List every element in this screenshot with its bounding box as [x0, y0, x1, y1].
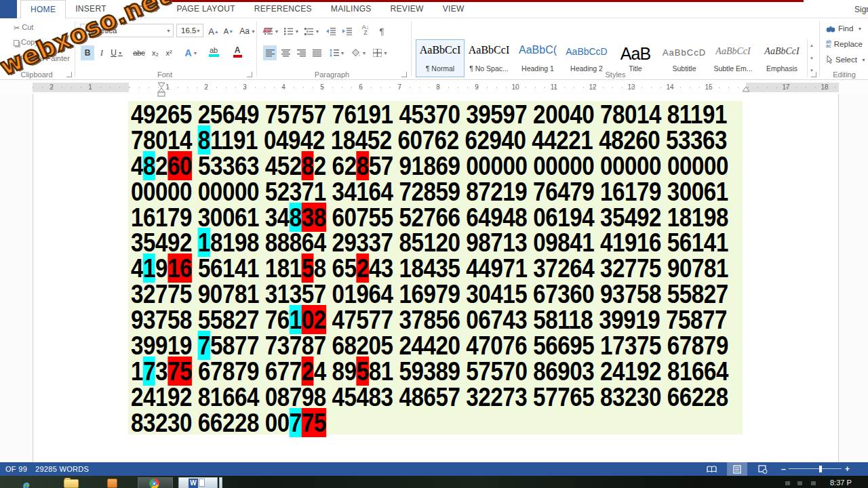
- superscript-button[interactable]: x²: [163, 45, 175, 60]
- document-area[interactable]: 49265 25649 75757 76191 45370 39597 2004…: [0, 94, 868, 462]
- red-highlighted-digits: 60: [167, 151, 192, 180]
- clipboard-dialog-launcher[interactable]: [66, 72, 72, 77]
- cut-button[interactable]: ✂ Cut: [14, 23, 33, 33]
- zoom-out-button[interactable]: –: [781, 464, 786, 474]
- shading-button[interactable]: ▼: [350, 45, 368, 60]
- sign-in-link[interactable]: Sign: [854, 5, 868, 14]
- right-indent-marker-icon[interactable]: [742, 87, 750, 92]
- tray-icon[interactable]: [785, 481, 790, 485]
- read-mode-button[interactable]: [701, 462, 722, 476]
- taskbar-button-partial[interactable]: [219, 477, 222, 488]
- font-dialog-launcher[interactable]: [247, 72, 252, 77]
- increase-indent-button[interactable]: [340, 24, 354, 39]
- text-highlight-button[interactable]: ab: [203, 44, 224, 59]
- number-row: 00000 00000 52371 34164 72859 87219 7647…: [131, 179, 765, 205]
- ruler-number: 7: [397, 83, 401, 91]
- clipboard-group-label: Clipboard: [0, 70, 73, 79]
- group-separator: [75, 21, 75, 77]
- document-page[interactable]: 49265 25649 75757 76191 45370 39597 2004…: [33, 94, 839, 462]
- justify-button[interactable]: [310, 45, 323, 60]
- font-size-combo[interactable]: 16.5▼: [176, 24, 203, 37]
- borders-button[interactable]: ▼: [372, 45, 389, 60]
- align-left-button[interactable]: [263, 45, 277, 60]
- style-preview: AaBbCcI: [758, 44, 806, 62]
- tab-insert[interactable]: INSERT: [66, 0, 116, 18]
- align-center-icon: [281, 49, 290, 57]
- font-name-combo[interactable]: Helvetica▼: [80, 24, 174, 37]
- doc-text[interactable]: 49265 25649 75757 76191 45370 39597 2004…: [131, 102, 765, 436]
- web-layout-icon: [758, 465, 768, 474]
- paragraph-dialog-launcher[interactable]: [401, 72, 407, 77]
- styles-dialog-launcher[interactable]: [811, 72, 816, 77]
- copy-button[interactable]: Copy: [14, 38, 39, 46]
- indent-marker-icon[interactable]: [157, 82, 165, 97]
- chevron-down-icon: ▼: [340, 51, 345, 56]
- zoom-in-button[interactable]: +: [845, 464, 850, 474]
- chevron-down-icon: ▼: [166, 28, 171, 33]
- strikethrough-button[interactable]: abc: [130, 45, 148, 60]
- line-spacing-button[interactable]: ▼: [328, 45, 346, 60]
- tab-page-layout[interactable]: PAGE LAYOUT: [167, 0, 245, 18]
- tab-home[interactable]: HOME: [20, 0, 66, 18]
- style-preview: AaBbCcI: [465, 44, 513, 62]
- tab-view[interactable]: VIEW: [433, 0, 474, 18]
- bullets-button[interactable]: ▼: [263, 24, 279, 39]
- style-preview: AaB: [612, 44, 659, 62]
- font-color-button[interactable]: A: [228, 44, 247, 59]
- red-highlighted-digits: 38: [302, 203, 326, 232]
- ruler-number: 8: [436, 83, 440, 91]
- font-color-swatch: [233, 55, 242, 58]
- internet-explorer-icon[interactable]: e: [23, 479, 29, 488]
- align-center-button[interactable]: [279, 45, 292, 60]
- text-effects-button[interactable]: A▼: [182, 45, 201, 60]
- show-paragraph-marks-button[interactable]: ¶: [376, 24, 388, 39]
- folder-icon[interactable]: [64, 479, 79, 488]
- shrink-font-button[interactable]: A▼: [222, 24, 235, 39]
- file-tab[interactable]: [0, 0, 17, 18]
- web-layout-button[interactable]: [753, 462, 773, 476]
- align-right-button[interactable]: [294, 45, 308, 60]
- numbering-button[interactable]: ▼: [283, 24, 300, 39]
- grow-font-button[interactable]: A▲: [208, 24, 220, 39]
- number-row: 93758 55827 76102 47577 37856 06743 5811…: [131, 307, 765, 333]
- video-progress-line: [170, 0, 804, 2]
- photos-app-icon[interactable]: [107, 479, 117, 488]
- word-icon[interactable]: W: [189, 479, 205, 488]
- tab-mailings[interactable]: MAILINGS: [321, 0, 381, 18]
- font-group-label: Font: [80, 70, 250, 79]
- tray-icon[interactable]: [811, 481, 816, 485]
- decrease-indent-button[interactable]: [324, 24, 338, 39]
- replace-button[interactable]: abac Replace: [826, 40, 863, 48]
- zoom-slider-track[interactable]: [789, 468, 842, 469]
- group-separator: [819, 21, 820, 77]
- multilevel-list-button[interactable]: ▼: [304, 24, 320, 39]
- red-highlighted-digits: 02: [302, 305, 326, 334]
- underline-button[interactable]: U▼: [108, 45, 125, 60]
- tab-design[interactable]: DESIGN: [116, 0, 167, 18]
- italic-button[interactable]: I: [96, 45, 107, 60]
- change-case-button[interactable]: Aa▼: [239, 24, 256, 39]
- subscript-button[interactable]: x₂: [149, 45, 161, 60]
- zoom-slider-handle[interactable]: [819, 466, 822, 472]
- print-layout-button[interactable]: [727, 462, 747, 476]
- tray-icon[interactable]: [797, 481, 802, 485]
- chrome-icon[interactable]: [149, 479, 159, 488]
- number-row: 48260 53363 45282 62857 91869 00000 0000…: [131, 153, 765, 179]
- ruler-number: 1: [88, 83, 92, 91]
- page-indicator[interactable]: OF 99: [5, 465, 27, 473]
- word-count[interactable]: 29285 WORDS: [35, 465, 89, 473]
- number-row: 17375 67879 67724 89581 59389 57570 8690…: [131, 359, 765, 384]
- bold-button[interactable]: B: [81, 45, 94, 60]
- format-painter-button[interactable]: Format Painter: [14, 54, 70, 62]
- gallery-down-icon[interactable]: ▼: [808, 52, 816, 65]
- style-preview: AaBbCcD: [660, 44, 708, 62]
- ruler-band: 211234567891011121314151718: [0, 81, 868, 94]
- find-button[interactable]: Find▼: [826, 24, 862, 33]
- chevron-down-icon: ▼: [857, 26, 862, 31]
- select-button[interactable]: Select▼: [826, 56, 866, 64]
- ruler[interactable]: 211234567891011121314151718: [33, 83, 839, 92]
- gallery-up-icon[interactable]: ▲: [808, 39, 816, 52]
- tab-review[interactable]: REVIEW: [381, 0, 433, 18]
- tab-references[interactable]: REFERENCES: [245, 0, 321, 18]
- sort-button[interactable]: A↓ Z: [358, 22, 373, 37]
